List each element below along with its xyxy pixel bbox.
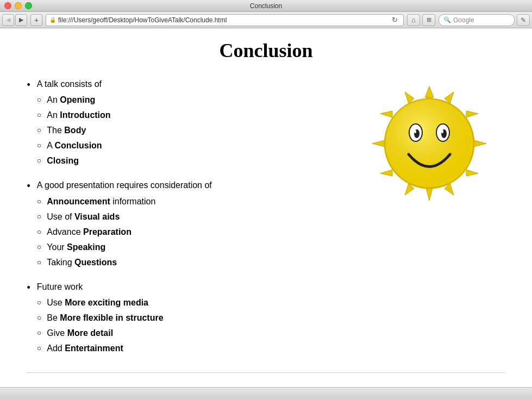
reload-button[interactable]: ↻ xyxy=(389,15,400,26)
main-list: • A talk consists of ○ An Opening ○ xyxy=(27,78,342,357)
list-item: ○ A Conclusion xyxy=(37,139,111,152)
section2-intro: A good presentation requires considerati… xyxy=(37,180,212,190)
sub-item-text: Your Speaking xyxy=(47,241,105,254)
section3-content: Future work ○ Use More exciting media ○ … xyxy=(37,281,164,357)
home-button[interactable]: ⌂ xyxy=(407,14,420,26)
sub-item-text: Use More exciting media xyxy=(47,296,148,309)
list-item: • A good presentation requires considera… xyxy=(27,179,342,271)
sub-item-text: Announcement information xyxy=(47,195,155,208)
section1-content: A talk consists of ○ An Opening ○ An Int… xyxy=(37,78,111,170)
bold-text: Conclusion xyxy=(55,141,102,150)
bold-text: Introduction xyxy=(60,110,110,120)
section2-sublist: ○ Announcement information ○ Use of Visu… xyxy=(37,195,212,269)
list-item: ○ Announcement information xyxy=(37,195,212,208)
url-text: file:///Users/geoff/Desktop/HowToGiveATa… xyxy=(58,16,389,24)
section2-content: A good presentation requires considerati… xyxy=(37,179,212,271)
search-bar[interactable]: 🔍 Google xyxy=(439,14,515,26)
svg-marker-7 xyxy=(426,188,433,201)
bold-text: Opening xyxy=(60,95,95,104)
sub-bullet-icon: ○ xyxy=(37,154,41,166)
new-tab-button[interactable]: + xyxy=(30,14,42,26)
bold-text: Entertainment xyxy=(65,344,123,353)
sub-bullet-icon: ○ xyxy=(37,296,41,308)
list-item: ○ Give More detail xyxy=(37,327,164,340)
svg-marker-1 xyxy=(425,86,434,97)
smiley-image-container xyxy=(353,78,505,203)
page-content: Conclusion • A talk consists of ○ An Ope… xyxy=(5,28,527,384)
sun-smiley-icon xyxy=(370,84,489,203)
window-title: Conclusion xyxy=(250,2,282,10)
svg-marker-4 xyxy=(474,140,486,147)
bullet-icon: • xyxy=(27,179,30,193)
section1-sublist: ○ An Opening ○ An Introduction ○ The Bod… xyxy=(37,93,111,167)
url-bar[interactable]: 🔒 file:///Users/geoff/Desktop/HowToGiveA… xyxy=(46,14,404,26)
bullet-icon: • xyxy=(27,281,30,295)
bold-text: Preparation xyxy=(83,227,132,236)
bullet-icon: • xyxy=(27,78,30,92)
section1-intro: A talk consists of xyxy=(37,79,102,89)
content-wrapper: • A talk consists of ○ An Opening ○ xyxy=(27,78,505,367)
sub-item-text: Give More detail xyxy=(47,327,113,340)
bold-text: Questions xyxy=(74,258,117,267)
bold-text: More detail xyxy=(67,328,113,338)
list-item: ○ Use of Visual aids xyxy=(37,210,212,223)
forward-button[interactable]: ▶ xyxy=(15,14,27,26)
list-item: ○ Add Entertainment xyxy=(37,342,164,355)
sub-bullet-icon: ○ xyxy=(37,93,41,105)
list-item: ○ An Opening xyxy=(37,93,111,107)
section3-sublist: ○ Use More exciting media ○ Be More flex… xyxy=(37,296,164,355)
list-item: ○ Advance Preparation xyxy=(37,226,212,239)
list-item: ○ Use More exciting media xyxy=(37,296,164,309)
sub-item-text: Be More flexible in structure xyxy=(47,311,163,325)
sub-bullet-icon: ○ xyxy=(37,210,41,222)
sub-item-text: A Conclusion xyxy=(47,139,102,152)
list-item: ○ Be More flexible in structure xyxy=(37,311,164,325)
bold-text: Announcement xyxy=(47,197,110,206)
list-item: • A talk consists of ○ An Opening ○ xyxy=(27,78,342,170)
minimize-button[interactable] xyxy=(15,2,22,9)
search-placeholder: Google xyxy=(453,16,474,24)
sub-item-text: The Body xyxy=(47,124,86,137)
list-item: ○ Taking Questions xyxy=(37,256,212,269)
svg-point-17 xyxy=(414,130,416,133)
page-title: Conclusion xyxy=(27,39,505,62)
bold-text: Visual aids xyxy=(74,212,120,221)
sub-item-text: Advance Preparation xyxy=(47,226,132,239)
sub-bullet-icon: ○ xyxy=(37,327,41,339)
list-item: ○ The Body xyxy=(37,124,111,137)
list-item: ○ An Introduction xyxy=(37,109,111,122)
sub-bullet-icon: ○ xyxy=(37,342,41,354)
svg-marker-3 xyxy=(466,111,478,117)
browser-content: Conclusion • A talk consists of ○ An Ope… xyxy=(0,28,532,387)
url-icon: 🔒 xyxy=(49,17,56,23)
list-item: ○ Your Speaking xyxy=(37,241,212,254)
bold-text: More flexible in structure xyxy=(60,313,163,322)
sub-bullet-icon: ○ xyxy=(37,241,41,253)
bold-text: More exciting media xyxy=(65,298,148,307)
sub-bullet-icon: ○ xyxy=(37,311,41,323)
sub-bullet-icon: ○ xyxy=(37,195,41,207)
text-content: • A talk consists of ○ An Opening ○ xyxy=(27,78,342,367)
bold-text: Body xyxy=(64,126,86,135)
svg-marker-9 xyxy=(380,170,392,176)
sub-bullet-icon: ○ xyxy=(37,139,41,151)
edit-button[interactable]: ✎ xyxy=(517,14,530,26)
sub-bullet-icon: ○ xyxy=(37,124,41,136)
sub-bullet-icon: ○ xyxy=(37,256,41,268)
sub-item-text: Add Entertainment xyxy=(47,342,123,355)
sub-item-text: Use of Visual aids xyxy=(47,210,120,223)
list-item: ○ Closing xyxy=(37,154,111,167)
grid-button[interactable]: ⊞ xyxy=(422,14,435,26)
svg-point-14 xyxy=(385,99,474,188)
maximize-button[interactable] xyxy=(25,2,32,9)
svg-point-20 xyxy=(441,130,443,133)
window-controls[interactable] xyxy=(4,2,32,9)
section3-intro: Future work xyxy=(37,282,83,291)
status-bar xyxy=(0,387,532,399)
page-divider xyxy=(27,372,505,373)
search-icon: 🔍 xyxy=(443,16,451,23)
browser-toolbar: ◀ ▶ + 🔒 file:///Users/geoff/Desktop/HowT… xyxy=(0,12,532,28)
svg-marker-5 xyxy=(466,170,478,176)
close-button[interactable] xyxy=(4,2,11,9)
back-button[interactable]: ◀ xyxy=(2,14,14,26)
